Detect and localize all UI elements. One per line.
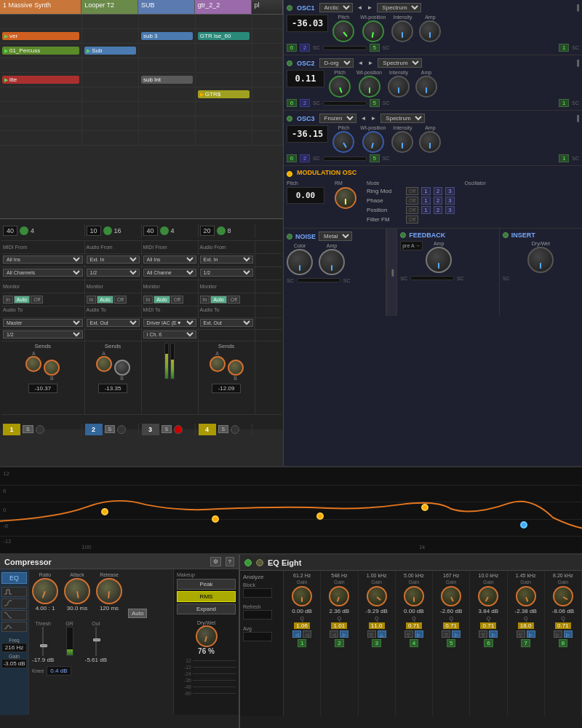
filter-btn-3[interactable] bbox=[1, 610, 27, 620]
eq-band-6-gain-knob[interactable] bbox=[478, 586, 498, 606]
monitor-in-3[interactable]: In bbox=[143, 296, 154, 304]
eq-band-7-icon1[interactable]: ▽ bbox=[517, 630, 525, 638]
clip-sub[interactable]: ▶Sub bbox=[84, 47, 136, 55]
osc2-scroll-bar[interactable]: ▐ bbox=[575, 60, 579, 66]
eq-band-4-icon2[interactable]: ▷ bbox=[415, 630, 423, 638]
track-num-btn-2[interactable]: 2 bbox=[85, 424, 103, 435]
eq-band-6-icon2[interactable]: ▷ bbox=[489, 630, 498, 638]
thresh-slider[interactable] bbox=[42, 627, 44, 656]
eq-band-3-icon2[interactable]: △ bbox=[378, 630, 386, 638]
track-num-btn-4[interactable]: 4 bbox=[199, 424, 216, 435]
osc1-intensity-knob[interactable] bbox=[391, 20, 413, 42]
osc3-amp-knob[interactable] bbox=[419, 131, 441, 153]
comp-attack-knob[interactable] bbox=[64, 578, 90, 604]
channel-select-2[interactable]: All Channe bbox=[143, 269, 196, 277]
track-cell[interactable] bbox=[139, 87, 196, 101]
position-3-btn[interactable]: 3 bbox=[445, 206, 454, 214]
monitor-in-4[interactable]: In bbox=[200, 296, 210, 304]
send-b-knob-1[interactable] bbox=[44, 360, 60, 376]
audio-to-2[interactable]: Ext. Out bbox=[87, 319, 140, 327]
position-1-btn[interactable]: 1 bbox=[421, 206, 430, 214]
osc3-pitch-knob[interactable] bbox=[332, 131, 354, 153]
osc2-mode-select[interactable]: Spectrum bbox=[378, 58, 422, 68]
dry-wet-knob[interactable] bbox=[196, 625, 218, 647]
filter-btn-4[interactable] bbox=[1, 622, 27, 632]
block-value-input[interactable]: 8192 bbox=[243, 588, 272, 598]
monitor-auto-3[interactable]: Auto bbox=[154, 296, 170, 304]
osc1-amp-knob[interactable] bbox=[419, 20, 441, 42]
track-cell[interactable] bbox=[196, 58, 252, 72]
avg-value-input[interactable]: 1.00 bbox=[243, 632, 272, 641]
input-select-1[interactable]: 1/2 bbox=[87, 269, 140, 277]
phase-1-btn[interactable]: 1 bbox=[421, 197, 430, 205]
osc3-fader[interactable] bbox=[323, 157, 367, 161]
track-cell[interactable] bbox=[252, 15, 283, 28]
eq-band-2-icon1[interactable]: ◁ bbox=[330, 630, 338, 638]
osc2-scroll-left[interactable]: ◄ bbox=[358, 60, 364, 66]
track-cell[interactable] bbox=[196, 44, 252, 58]
insert-drywet-knob[interactable] bbox=[527, 247, 554, 273]
power-btn-4[interactable] bbox=[231, 425, 239, 434]
osc2-scroll-right[interactable]: ► bbox=[367, 60, 373, 66]
mod-rm-knob[interactable] bbox=[335, 187, 356, 209]
clip-ver[interactable]: ▶ver bbox=[2, 32, 79, 40]
audio-from-select-2[interactable]: Ext. In bbox=[200, 256, 253, 264]
expand-btn[interactable]: Expand bbox=[177, 604, 236, 614]
power-btn-2[interactable] bbox=[117, 425, 126, 434]
refresh-value-input[interactable]: 60.00 bbox=[243, 610, 272, 620]
osc2-preset-select[interactable]: D-org bbox=[319, 58, 354, 68]
clip-subint[interactable]: sub Int bbox=[141, 76, 193, 84]
eq-band-8-gain-knob[interactable] bbox=[553, 586, 573, 606]
eq-band-2-icon2[interactable]: ▷ bbox=[340, 630, 348, 638]
comp-auto-btn[interactable]: Auto bbox=[128, 609, 147, 618]
osc2-wtpos-knob[interactable] bbox=[359, 76, 380, 98]
send-b-knob-4[interactable] bbox=[228, 360, 244, 376]
eq-node-4[interactable] bbox=[421, 504, 428, 511]
track-cell[interactable]: sub Int bbox=[139, 73, 196, 87]
track-header-1[interactable]: 1 Massive Synth bbox=[0, 0, 81, 14]
track-cell[interactable]: ▶ver bbox=[0, 29, 82, 43]
monitor-auto-1[interactable]: Auto bbox=[14, 296, 30, 304]
osc2-pitch-knob[interactable] bbox=[329, 76, 351, 98]
osc2-amp-knob[interactable] bbox=[415, 76, 437, 98]
eq-band-2-gain-knob[interactable] bbox=[329, 586, 349, 606]
filterfm-off-btn[interactable]: Off bbox=[406, 215, 418, 223]
track-cell[interactable] bbox=[0, 58, 82, 72]
track-cell[interactable] bbox=[0, 15, 82, 28]
track-cell[interactable] bbox=[82, 15, 139, 28]
send-a-knob-2[interactable] bbox=[96, 356, 112, 372]
eq-band-6-icon1[interactable]: ▽ bbox=[479, 630, 487, 638]
ch-select-3[interactable]: I Ch. 6 bbox=[143, 331, 196, 339]
noise-color-knob[interactable] bbox=[287, 249, 313, 275]
eq-band-8-icon2[interactable]: ▷ bbox=[564, 630, 573, 638]
osc1-preset-select[interactable]: Arctic bbox=[319, 3, 353, 12]
eq-band-1-gain-knob[interactable] bbox=[292, 586, 312, 606]
track-cell[interactable]: ▶01_Percuss bbox=[0, 44, 82, 58]
eq-band-8-icon1[interactable]: ▷ bbox=[554, 630, 562, 638]
track-cell[interactable] bbox=[252, 44, 283, 58]
eq-band-5-icon1[interactable]: ▽ bbox=[442, 630, 450, 638]
power-btn-1[interactable] bbox=[36, 425, 44, 434]
osc1-wtpos-knob[interactable] bbox=[362, 20, 384, 42]
feedback-fader[interactable] bbox=[410, 276, 454, 280]
monitor-auto-4[interactable]: Auto bbox=[210, 296, 226, 304]
eq-band-7-gain-knob[interactable] bbox=[516, 586, 536, 606]
osc1-pitch-knob[interactable] bbox=[332, 20, 354, 42]
phase-2-btn[interactable]: 2 bbox=[434, 197, 442, 205]
send-a-knob-1[interactable] bbox=[25, 356, 41, 372]
comp-info-btn[interactable]: ? bbox=[226, 557, 234, 566]
osc1-scroll-right[interactable]: ► bbox=[367, 4, 372, 11]
monitor-off-4[interactable]: Off bbox=[228, 296, 240, 304]
osc3-wtpos-knob[interactable] bbox=[362, 131, 384, 153]
clip-gtr[interactable]: GTR lse_60 bbox=[198, 32, 250, 40]
audio-to-4[interactable]: Ext. Out bbox=[200, 319, 253, 327]
bpm-display-4[interactable]: 20 bbox=[200, 226, 215, 236]
filter-btn-1[interactable] bbox=[1, 587, 27, 597]
track-num-btn-1[interactable]: 1 bbox=[3, 424, 20, 435]
noise-amp-knob[interactable] bbox=[319, 249, 345, 275]
track-cell[interactable] bbox=[82, 58, 139, 72]
track-cell[interactable] bbox=[252, 29, 283, 43]
osc3-scroll-bar[interactable]: ▐ bbox=[575, 115, 579, 122]
osc2-fader[interactable] bbox=[323, 101, 367, 106]
track-cell[interactable] bbox=[196, 73, 252, 87]
